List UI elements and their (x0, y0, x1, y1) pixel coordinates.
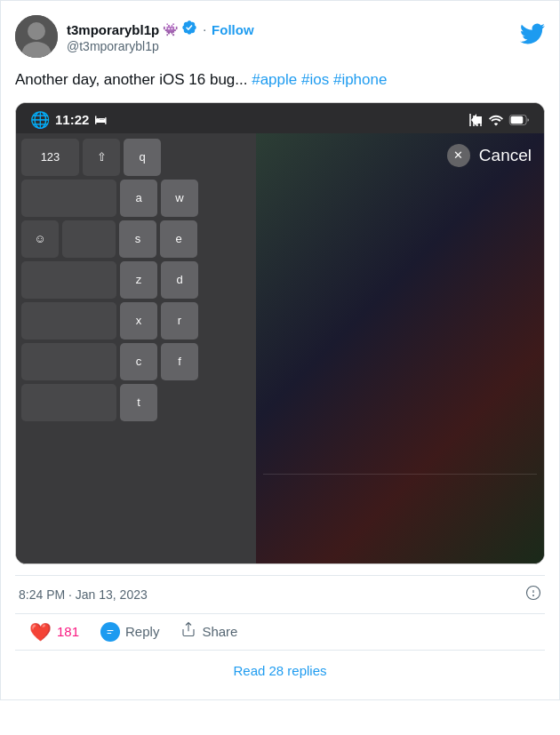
key-row-6: c f (21, 343, 251, 380)
tweet-header-left: t3mporarybl1p 👾 · Follow @t3mporarybl1p (15, 15, 254, 58)
key-row-5: x r (21, 302, 251, 340)
heart-icon: ❤️ (29, 621, 52, 643)
svg-point-7 (533, 595, 534, 595)
key-r[interactable]: r (161, 302, 198, 340)
key-f[interactable]: f (161, 343, 198, 380)
key-row-4: z d (21, 261, 251, 299)
key-spacer-2 (62, 220, 116, 258)
divider-line (263, 474, 537, 475)
keyboard-container: 123 ⇧ q a w ☺ s e (16, 133, 544, 563)
key-s[interactable]: s (119, 220, 156, 258)
key-row-1: 123 ⇧ q (21, 139, 251, 176)
phone-inner: 🌐 11:22 🛏 123 ⇧ q (16, 103, 544, 563)
share-icon (180, 621, 196, 642)
reply-label: Reply (125, 624, 159, 639)
key-c[interactable]: c (120, 343, 157, 380)
info-icon[interactable] (525, 585, 541, 604)
share-label: Share (202, 624, 237, 639)
key-spacer-5 (21, 343, 116, 380)
key-row-3: ☺ s e (21, 220, 251, 258)
hashtag-apple[interactable]: #apple (252, 71, 297, 88)
globe-icon: 🌐 (30, 110, 50, 130)
tweet-meta: 8:24 PM · Jan 13, 2023 (15, 585, 545, 613)
key-d[interactable]: d (161, 261, 198, 299)
key-row-7: t (21, 384, 251, 421)
key-t[interactable]: t (120, 384, 157, 421)
like-action[interactable]: ❤️ 181 (29, 621, 79, 643)
keys-panel: 123 ⇧ q a w ☺ s e (16, 133, 256, 563)
key-x[interactable]: x (120, 302, 157, 340)
tweet-text-before: Another day, another iOS 16 bug... (15, 71, 252, 88)
avatar-image (15, 15, 58, 58)
key-w[interactable]: w (161, 180, 198, 217)
status-bar: 🌐 11:22 🛏 (16, 103, 544, 133)
top-search-bar: ✕ Cancel (256, 133, 544, 174)
key-emoji[interactable]: ☺ (21, 220, 59, 258)
like-count: 181 (57, 624, 79, 639)
share-action[interactable]: Share (180, 621, 237, 642)
status-bar-left: 🌐 11:22 🛏 (30, 110, 107, 130)
tweet-timestamp: 8:24 PM · Jan 13, 2023 (19, 587, 148, 602)
phone-screenshot: 🌐 11:22 🛏 123 ⇧ q (15, 102, 545, 564)
tweet-actions: ❤️ 181 Reply Share (15, 613, 545, 651)
hashtag-ios[interactable]: #ios (301, 71, 329, 88)
avatar[interactable] (15, 15, 58, 58)
svg-rect-4 (511, 116, 524, 124)
key-123[interactable]: 123 (21, 139, 79, 176)
clock-time: 11:22 (55, 112, 89, 127)
verified-icon (181, 20, 197, 39)
key-spacer-1 (21, 180, 116, 217)
key-z[interactable]: z (120, 261, 157, 299)
follow-button[interactable]: Follow (212, 22, 254, 37)
username: @t3mporarybl1p (67, 39, 254, 53)
tweet-card: t3mporarybl1p 👾 · Follow @t3mporarybl1p … (0, 0, 560, 700)
key-e[interactable]: e (160, 220, 197, 258)
key-a[interactable]: a (120, 180, 157, 217)
ghost-emoji: 👾 (163, 22, 178, 36)
user-info: t3mporarybl1p 👾 · Follow @t3mporarybl1p (67, 20, 254, 53)
clear-search-button[interactable]: ✕ (447, 144, 470, 167)
key-spacer-3 (21, 261, 116, 299)
tweet-footer: 8:24 PM · Jan 13, 2023 ❤️ 181 Reply Shar… (15, 575, 545, 699)
bed-icon: 🛏 (94, 113, 107, 127)
svg-point-1 (28, 22, 45, 40)
tweet-text: Another day, another iOS 16 bug... #appl… (15, 68, 545, 92)
svg-point-8 (102, 624, 118, 640)
read-replies-button[interactable]: Read 28 replies (233, 663, 326, 678)
key-shift[interactable]: ⇧ (83, 139, 120, 176)
user-name-row: t3mporarybl1p 👾 · Follow (67, 20, 254, 39)
key-spacer-6 (21, 384, 116, 421)
twitter-logo-icon (520, 21, 545, 52)
key-row-2: a w (21, 180, 251, 217)
tweet-header: t3mporarybl1p 👾 · Follow @t3mporarybl1p (15, 15, 545, 58)
hashtag-iphone[interactable]: #iphone (333, 71, 388, 88)
key-q[interactable]: q (124, 139, 161, 176)
reply-bubble-icon (100, 622, 120, 642)
right-panel: ✕ Cancel (256, 133, 544, 563)
dot-separator: · (203, 22, 206, 36)
read-replies-section: Read 28 replies (15, 651, 545, 691)
key-spacer-4 (21, 302, 116, 340)
reply-action[interactable]: Reply (100, 622, 159, 642)
status-bar-right (468, 114, 530, 126)
cancel-button-label[interactable]: Cancel (479, 146, 532, 165)
display-name: t3mporarybl1p (67, 22, 159, 37)
